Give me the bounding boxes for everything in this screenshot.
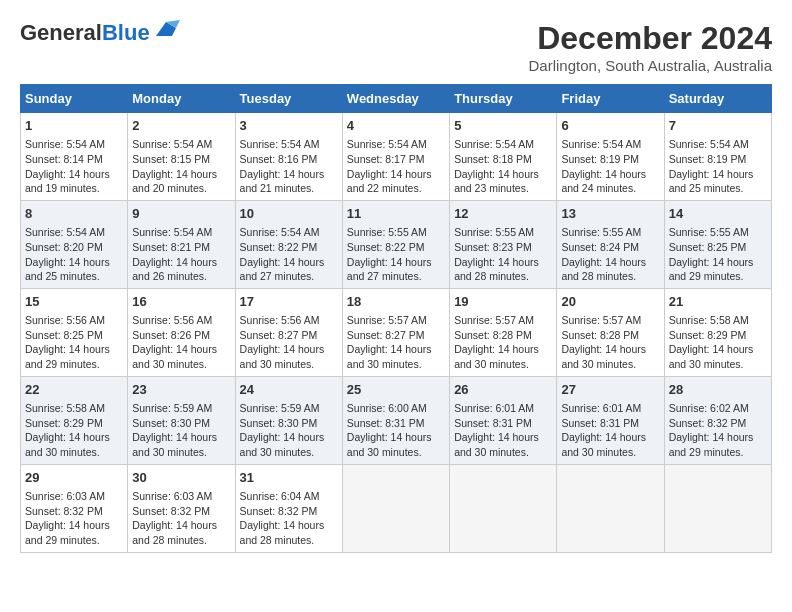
day-number: 10 [240,205,338,223]
day-info-line: Sunrise: 5:56 AM [132,313,230,328]
day-info-line: and 28 minutes. [132,533,230,548]
day-info-line: Daylight: 14 hours [240,518,338,533]
day-info-line: Sunrise: 5:54 AM [240,225,338,240]
day-info-line: Sunrise: 6:02 AM [669,401,767,416]
day-number: 23 [132,381,230,399]
calendar-cell: 5Sunrise: 5:54 AMSunset: 8:18 PMDaylight… [450,113,557,201]
day-number: 4 [347,117,445,135]
day-info-line: Daylight: 14 hours [240,342,338,357]
day-info-line: Daylight: 14 hours [347,255,445,270]
day-number: 14 [669,205,767,223]
day-info-line: Sunset: 8:31 PM [561,416,659,431]
day-info-line: Sunset: 8:19 PM [561,152,659,167]
calendar-cell [664,464,771,552]
day-info-line: Sunrise: 6:03 AM [132,489,230,504]
day-info-line: and 20 minutes. [132,181,230,196]
day-info-line: Sunrise: 5:57 AM [454,313,552,328]
calendar-cell: 4Sunrise: 5:54 AMSunset: 8:17 PMDaylight… [342,113,449,201]
calendar-cell: 1Sunrise: 5:54 AMSunset: 8:14 PMDaylight… [21,113,128,201]
day-info-line: Sunset: 8:29 PM [25,416,123,431]
day-info-line: Sunrise: 5:54 AM [25,225,123,240]
day-info-line: and 28 minutes. [561,269,659,284]
day-info-line: Sunset: 8:25 PM [25,328,123,343]
week-row-3: 15Sunrise: 5:56 AMSunset: 8:25 PMDayligh… [21,288,772,376]
day-number: 8 [25,205,123,223]
day-info-line: Sunset: 8:32 PM [669,416,767,431]
day-info-line: Daylight: 14 hours [347,342,445,357]
day-info-line: Sunset: 8:32 PM [240,504,338,519]
calendar-cell: 18Sunrise: 5:57 AMSunset: 8:27 PMDayligh… [342,288,449,376]
day-info-line: Daylight: 14 hours [561,430,659,445]
day-info-line: Sunset: 8:26 PM [132,328,230,343]
calendar-cell: 10Sunrise: 5:54 AMSunset: 8:22 PMDayligh… [235,200,342,288]
logo: GeneralBlue [20,20,180,46]
day-info-line: Sunset: 8:18 PM [454,152,552,167]
day-info-line: Sunset: 8:28 PM [454,328,552,343]
day-info-line: and 30 minutes. [25,445,123,460]
calendar-cell: 29Sunrise: 6:03 AMSunset: 8:32 PMDayligh… [21,464,128,552]
calendar-cell: 31Sunrise: 6:04 AMSunset: 8:32 PMDayligh… [235,464,342,552]
day-info-line: Sunset: 8:16 PM [240,152,338,167]
day-info-line: Daylight: 14 hours [25,518,123,533]
day-info-line: and 26 minutes. [132,269,230,284]
day-info-line: Daylight: 14 hours [25,342,123,357]
day-info-line: Daylight: 14 hours [240,167,338,182]
day-info-line: Sunrise: 5:59 AM [240,401,338,416]
day-info-line: Daylight: 14 hours [561,255,659,270]
logo-text: GeneralBlue [20,20,150,46]
day-number: 3 [240,117,338,135]
day-info-line: Sunset: 8:29 PM [669,328,767,343]
day-info-line: and 30 minutes. [132,357,230,372]
calendar-cell [342,464,449,552]
day-info-line: Sunset: 8:32 PM [25,504,123,519]
day-info-line: and 30 minutes. [240,357,338,372]
day-info-line: Sunset: 8:31 PM [454,416,552,431]
day-info-line: Daylight: 14 hours [25,255,123,270]
day-info-line: and 25 minutes. [669,181,767,196]
calendar-cell: 30Sunrise: 6:03 AMSunset: 8:32 PMDayligh… [128,464,235,552]
day-info-line: Daylight: 14 hours [240,255,338,270]
title-block: December 2024 Darlington, South Australi… [529,20,772,74]
day-number: 13 [561,205,659,223]
day-info-line: Daylight: 14 hours [454,342,552,357]
calendar-cell: 17Sunrise: 5:56 AMSunset: 8:27 PMDayligh… [235,288,342,376]
day-info-line: Sunrise: 5:54 AM [240,137,338,152]
weekday-header-row: SundayMondayTuesdayWednesdayThursdayFrid… [21,85,772,113]
logo-icon [152,18,180,40]
day-number: 24 [240,381,338,399]
calendar-cell: 27Sunrise: 6:01 AMSunset: 8:31 PMDayligh… [557,376,664,464]
calendar-cell: 13Sunrise: 5:55 AMSunset: 8:24 PMDayligh… [557,200,664,288]
calendar-cell: 24Sunrise: 5:59 AMSunset: 8:30 PMDayligh… [235,376,342,464]
calendar-cell: 9Sunrise: 5:54 AMSunset: 8:21 PMDaylight… [128,200,235,288]
day-info-line: and 30 minutes. [454,357,552,372]
day-info-line: Sunset: 8:14 PM [25,152,123,167]
calendar-table: SundayMondayTuesdayWednesdayThursdayFrid… [20,84,772,553]
day-number: 26 [454,381,552,399]
day-info-line: Sunset: 8:20 PM [25,240,123,255]
day-info-line: Sunset: 8:31 PM [347,416,445,431]
day-info-line: and 21 minutes. [240,181,338,196]
week-row-1: 1Sunrise: 5:54 AMSunset: 8:14 PMDaylight… [21,113,772,201]
day-info-line: Sunrise: 5:54 AM [132,137,230,152]
day-number: 1 [25,117,123,135]
weekday-header-friday: Friday [557,85,664,113]
day-info-line: Sunrise: 5:54 AM [347,137,445,152]
day-number: 16 [132,293,230,311]
day-info-line: and 19 minutes. [25,181,123,196]
day-info-line: and 30 minutes. [240,445,338,460]
calendar-cell: 20Sunrise: 5:57 AMSunset: 8:28 PMDayligh… [557,288,664,376]
calendar-cell: 19Sunrise: 5:57 AMSunset: 8:28 PMDayligh… [450,288,557,376]
calendar-cell: 15Sunrise: 5:56 AMSunset: 8:25 PMDayligh… [21,288,128,376]
day-info-line: Sunrise: 5:57 AM [561,313,659,328]
day-info-line: Daylight: 14 hours [454,255,552,270]
day-info-line: Sunset: 8:21 PM [132,240,230,255]
day-info-line: Sunset: 8:27 PM [240,328,338,343]
day-info-line: and 28 minutes. [240,533,338,548]
day-info-line: Sunset: 8:19 PM [669,152,767,167]
day-info-line: and 25 minutes. [25,269,123,284]
day-number: 6 [561,117,659,135]
day-info-line: Sunset: 8:17 PM [347,152,445,167]
day-number: 28 [669,381,767,399]
calendar-cell: 23Sunrise: 5:59 AMSunset: 8:30 PMDayligh… [128,376,235,464]
day-info-line: Sunset: 8:28 PM [561,328,659,343]
